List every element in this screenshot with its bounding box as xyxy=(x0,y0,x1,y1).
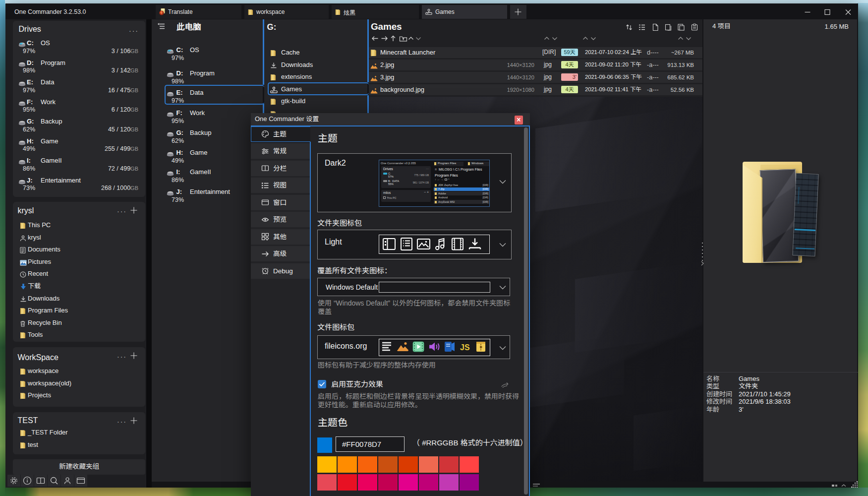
svg-text:JS: JS xyxy=(460,343,470,352)
